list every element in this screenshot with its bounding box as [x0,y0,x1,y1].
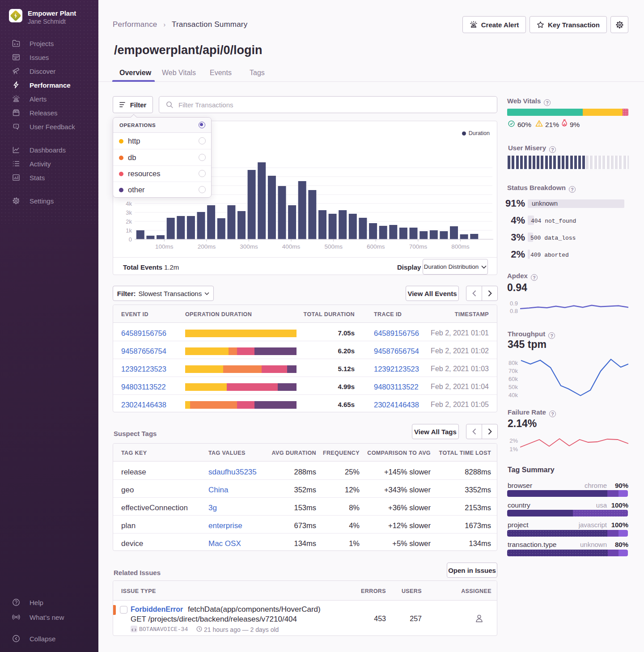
svg-text:300ms: 300ms [240,243,258,250]
svg-text:2k: 2k [126,218,132,225]
svg-text:400ms: 400ms [282,243,301,250]
svg-text:800ms: 800ms [451,243,470,250]
svg-text:1k: 1k [126,227,132,234]
svg-text:100ms: 100ms [155,243,174,250]
svg-text:0: 0 [129,236,132,243]
svg-text:600ms: 600ms [367,243,385,250]
svg-text:500ms: 500ms [324,243,343,250]
svg-text:200ms: 200ms [198,243,216,250]
svg-text:700ms: 700ms [409,243,428,250]
svg-text:4k: 4k [126,200,132,207]
svg-text:3k: 3k [126,209,132,216]
